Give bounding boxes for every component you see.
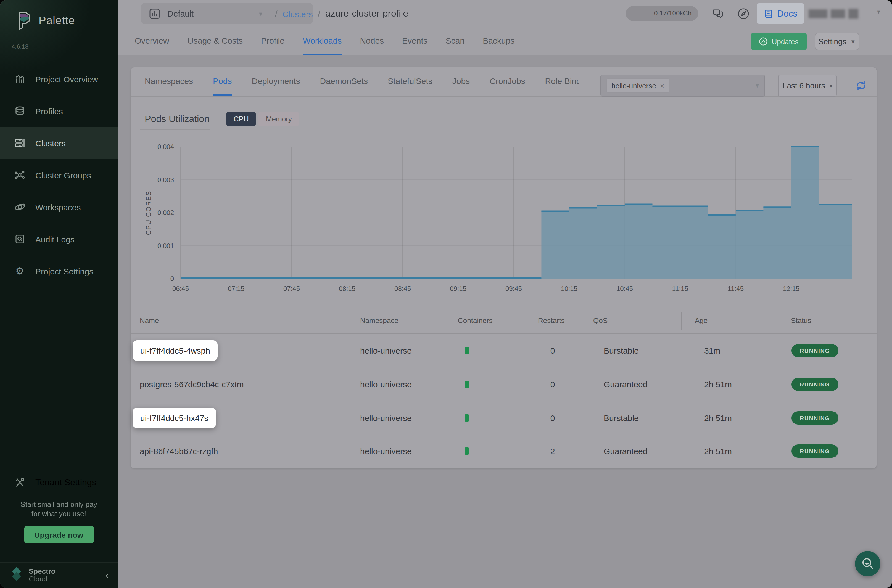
sidebar-collapse-icon[interactable]: ‹ [105, 570, 109, 581]
sidebar-item-project-overview[interactable]: Project Overview [0, 63, 118, 95]
memory-toggle-button[interactable]: Memory [259, 111, 299, 126]
user-menu-chevron-icon[interactable]: ▾ [877, 8, 880, 15]
pod-age: 2h 51m [704, 447, 732, 456]
pod-name-spotlight[interactable]: ui-f7ff4ddc5-hx47s [132, 408, 216, 428]
table-row[interactable]: ui-f7ff4ddc5-hx47shello-universe0Burstab… [131, 401, 877, 434]
status-badge: RUNNING [791, 344, 838, 357]
breadcrumb: / Clusters / azure-cluster-profile [275, 0, 408, 28]
breadcrumb-clusters-link[interactable]: Clusters [282, 9, 313, 18]
pod-age: 2h 51m [704, 413, 732, 423]
app-title: Palette [39, 14, 75, 27]
refresh-icon[interactable] [854, 79, 868, 92]
container-status-square [464, 381, 469, 388]
workload-subtabs: NamespacesPodsDeploymentsDaemonSetsState… [145, 68, 580, 96]
time-range-select[interactable]: Last 6 hours ▾ [778, 75, 837, 97]
x-tick-label: 11:15 [672, 285, 688, 292]
pod-name[interactable]: api-86f745b67c-rzgfh [140, 447, 218, 456]
sidebar: Palette 4.6.18 Project Overview [0, 0, 118, 588]
compass-icon[interactable] [737, 7, 750, 20]
spectro-cloud-logo-icon [9, 567, 24, 584]
y-tick-label: 0.002 [158, 209, 174, 216]
pod-name[interactable]: postgres-567dc9cb4c-c7xtm [140, 380, 244, 389]
sidebar-item-audit-logs[interactable]: Audit Logs [0, 223, 118, 255]
column-header-namespace[interactable]: Namespace [360, 316, 398, 325]
tab-overview[interactable]: Overview [135, 28, 169, 55]
subtab-statefulsets[interactable]: StatefulSets [388, 68, 432, 96]
remove-tag-icon[interactable]: × [660, 81, 664, 90]
app-window: Palette 4.6.18 Project Overview [0, 0, 892, 588]
column-resize-handle[interactable] [351, 312, 351, 330]
subtab-role-bindings[interactable]: Role Bindings [545, 68, 580, 96]
container-status-square [464, 347, 469, 354]
updates-button[interactable]: Updates [751, 33, 807, 50]
sidebar-item-profiles[interactable]: Profiles [0, 95, 118, 127]
column-resize-handle[interactable] [681, 312, 682, 330]
main-area: Default ▾ / Clusters / azure-cluster-pro… [118, 0, 892, 588]
subtab-cronjobs[interactable]: CronJobs [490, 68, 525, 96]
book-icon [764, 9, 773, 18]
redacted-user-info[interactable] [809, 7, 858, 21]
sidebar-item-project-settings[interactable]: ⚙ Project Settings [0, 255, 118, 287]
settings-label: Settings [818, 37, 847, 46]
table-row[interactable]: api-86f745b67c-rzgfhhello-universe2Guara… [131, 434, 877, 468]
tab-scan[interactable]: Scan [446, 28, 464, 55]
container-status-square [464, 414, 469, 422]
project-selector-value: Default [167, 9, 194, 18]
gear-icon: ⚙ [14, 266, 26, 277]
y-tick-label: 0.001 [158, 242, 174, 249]
column-resize-handle[interactable] [530, 312, 530, 330]
docs-button[interactable]: Docs [757, 3, 804, 24]
docs-label: Docs [777, 9, 797, 18]
subtab-namespaces[interactable]: Namespaces [145, 68, 193, 96]
x-tick-label: 09:45 [505, 285, 522, 292]
table-row[interactable]: postgres-567dc9cb4c-c7xtmhello-universe0… [131, 368, 877, 401]
column-header-containers[interactable]: Containers [458, 316, 493, 325]
tab-profile[interactable]: Profile [261, 28, 284, 55]
pod-qos: Guaranteed [604, 380, 647, 389]
sidebar-item-workspaces[interactable]: Workspaces [0, 191, 118, 223]
chevron-down-icon: ▾ [259, 10, 262, 17]
x-tick-label: 07:45 [283, 285, 300, 292]
tab-events[interactable]: Events [402, 28, 428, 55]
tab-workloads[interactable]: Workloads [303, 28, 342, 55]
orbit-icon [14, 201, 26, 213]
top-bar: Default ▾ / Clusters / azure-cluster-pro… [118, 0, 892, 28]
column-header-qos[interactable]: QoS [593, 316, 608, 325]
bar-chart-icon [14, 74, 26, 84]
updates-label: Updates [772, 37, 799, 45]
column-header-status[interactable]: Status [791, 316, 811, 325]
pod-namespace: hello-universe [360, 380, 412, 389]
chat-icon[interactable] [712, 7, 725, 20]
project-icon [149, 8, 161, 20]
spectro-cloud-brand: Spectro Cloud [29, 568, 56, 583]
column-header-name[interactable]: Name [140, 316, 159, 325]
subtab-pods[interactable]: Pods [213, 68, 232, 96]
upgrade-now-button[interactable]: Upgrade now [24, 526, 94, 543]
status-badge: RUNNING [791, 411, 838, 424]
tab-backups[interactable]: Backups [483, 28, 515, 55]
tab-usage-costs[interactable]: Usage & Costs [188, 28, 243, 55]
settings-button[interactable]: Settings ▼ [815, 33, 859, 50]
column-resize-handle[interactable] [583, 312, 583, 330]
pod-restarts: 0 [538, 413, 567, 423]
tab-nodes[interactable]: Nodes [360, 28, 384, 55]
x-tick-label: 08:45 [394, 285, 411, 292]
pod-qos: Guaranteed [604, 447, 647, 456]
namespace-filter-select[interactable]: hello-universe × ▾ [601, 75, 765, 97]
help-search-fab[interactable] [855, 551, 880, 576]
pod-restarts: 2 [538, 447, 567, 456]
subtab-jobs[interactable]: Jobs [452, 68, 470, 96]
breadcrumb-current-cluster: azure-cluster-profile [325, 8, 408, 20]
sidebar-item-cluster-groups[interactable]: Cluster Groups [0, 159, 118, 191]
subtab-deployments[interactable]: Deployments [252, 68, 300, 96]
x-tick-label: 10:15 [561, 285, 577, 292]
column-header-age[interactable]: Age [695, 316, 707, 325]
sidebar-item-tenant-settings[interactable]: Tenant Settings [0, 466, 118, 498]
sidebar-item-clusters[interactable]: Clusters [0, 127, 118, 159]
pod-name-spotlight[interactable]: ui-f7ff4ddc5-4wsph [132, 340, 218, 361]
column-header-restarts[interactable]: Restarts [538, 316, 565, 325]
chart-title: Pods Utilization [145, 114, 209, 125]
cpu-toggle-button[interactable]: CPU [227, 111, 256, 126]
table-row[interactable]: ui-f7ff4ddc5-4wsphhello-universe0Burstab… [131, 334, 877, 368]
subtab-daemonsets[interactable]: DaemonSets [320, 68, 368, 96]
